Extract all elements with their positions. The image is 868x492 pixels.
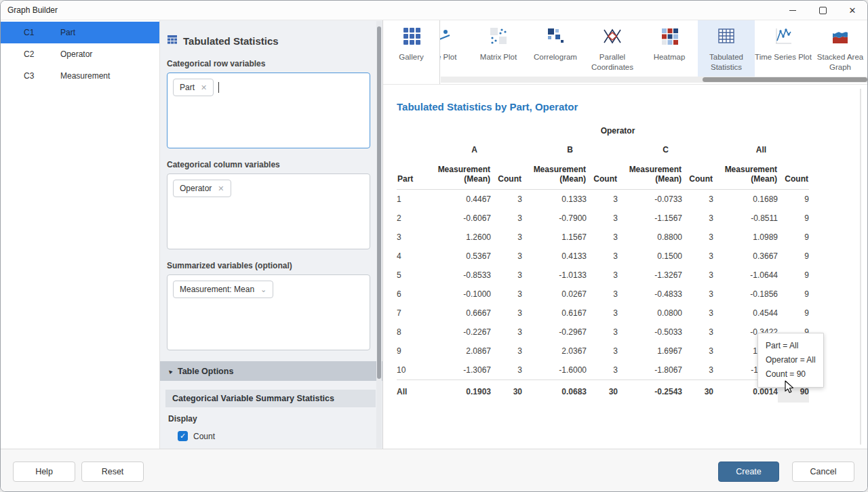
value-cell[interactable]: -1.8067 (618, 361, 682, 380)
value-cell[interactable]: 3 (587, 247, 618, 266)
value-cell[interactable]: -0.4833 (618, 285, 682, 304)
value-cell[interactable]: 3 (587, 285, 618, 304)
cancel-button[interactable]: Cancel (792, 462, 854, 482)
value-cell[interactable]: 3 (682, 323, 713, 342)
row-label-cell[interactable]: 10 (397, 361, 427, 380)
row-label-cell[interactable]: 1 (397, 190, 427, 209)
value-cell[interactable]: 9 (778, 190, 809, 209)
value-cell[interactable]: -0.5033 (618, 323, 682, 342)
row-label-cell[interactable]: 9 (397, 342, 427, 361)
value-cell[interactable]: 3 (491, 361, 522, 380)
value-cell[interactable]: 3 (491, 190, 522, 209)
row-label-cell[interactable]: 3 (397, 228, 427, 247)
variable-chip-part[interactable]: Part✕ (173, 79, 214, 96)
value-cell[interactable]: -0.0733 (618, 190, 682, 209)
value-cell[interactable]: 3 (587, 304, 618, 323)
value-cell[interactable]: 1.6967 (618, 342, 682, 361)
value-cell[interactable]: 3 (491, 228, 522, 247)
categorical-row-variables-input[interactable]: Part✕ (167, 73, 370, 148)
value-cell[interactable]: -1.1567 (618, 209, 682, 228)
row-label-cell[interactable]: 6 (397, 285, 427, 304)
gallery-item-correlogram[interactable]: Correlogram (527, 20, 584, 77)
value-cell[interactable]: 0.4467 (427, 190, 491, 209)
gallery-item-line-plot[interactable]: Line Plot (440, 20, 470, 77)
value-cell[interactable]: -0.2543 (618, 380, 682, 403)
value-cell[interactable]: -0.8533 (427, 266, 491, 285)
value-cell[interactable]: 30 (682, 380, 713, 403)
value-cell[interactable]: 0.0800 (618, 304, 682, 323)
value-cell[interactable]: -0.1000 (427, 285, 491, 304)
value-cell[interactable]: 0.4544 (713, 304, 778, 323)
value-cell[interactable]: 3 (682, 304, 713, 323)
value-cell[interactable]: 0.3667 (713, 247, 778, 266)
value-cell[interactable]: 0.6667 (427, 304, 491, 323)
value-cell[interactable]: 0.1333 (522, 190, 587, 209)
value-cell[interactable]: 9 (778, 209, 809, 228)
variable-chip-measurement-mean[interactable]: Measurement: Mean⌄ (173, 281, 273, 298)
value-cell[interactable]: 3 (587, 323, 618, 342)
sidebar-item-measurement[interactable]: C3Measurement (1, 65, 159, 87)
value-cell[interactable]: 9 (778, 304, 809, 323)
row-label-cell[interactable]: 7 (397, 304, 427, 323)
gallery-scrollbar-thumb[interactable] (703, 77, 867, 82)
value-cell[interactable]: 3 (491, 285, 522, 304)
value-cell[interactable]: 3 (682, 361, 713, 380)
gallery-scrollbar[interactable] (441, 77, 867, 83)
row-label-cell[interactable]: 2 (397, 209, 427, 228)
value-cell[interactable]: -1.6000 (522, 361, 587, 380)
value-cell[interactable]: 3 (491, 323, 522, 342)
value-cell[interactable]: 3 (491, 209, 522, 228)
value-cell[interactable]: -0.2267 (427, 323, 491, 342)
value-cell[interactable]: 3 (491, 342, 522, 361)
value-cell[interactable]: 3 (587, 209, 618, 228)
value-cell[interactable]: 0.4133 (522, 247, 587, 266)
value-cell[interactable]: 9 (778, 228, 809, 247)
value-cell[interactable]: -0.2967 (522, 323, 587, 342)
value-cell[interactable]: 0.8800 (618, 228, 682, 247)
remove-chip-icon[interactable]: ✕ (201, 84, 207, 91)
value-cell[interactable]: -1.0133 (522, 266, 587, 285)
value-cell[interactable]: -0.1856 (713, 285, 778, 304)
create-button[interactable]: Create (718, 462, 779, 482)
table-options-header[interactable]: ▲ Table Options (160, 361, 382, 381)
value-cell[interactable]: 0.1903 (427, 380, 491, 403)
row-label-cell[interactable]: 5 (397, 266, 427, 285)
value-cell[interactable]: 3 (587, 190, 618, 209)
gallery-item-stacked-area-graph[interactable]: Stacked Area Graph (812, 20, 867, 77)
panel-scrollbar[interactable] (376, 21, 382, 448)
value-cell[interactable]: 3 (682, 342, 713, 361)
value-cell[interactable]: 3 (682, 266, 713, 285)
value-cell[interactable]: 30 (587, 380, 618, 403)
value-cell[interactable]: -1.3067 (427, 361, 491, 380)
value-cell[interactable]: 1.2600 (427, 228, 491, 247)
chevron-down-icon[interactable]: ⌄ (260, 286, 267, 293)
value-cell[interactable]: 9 (778, 285, 809, 304)
gallery-item-time-series-plot[interactable]: Time Series Plot (755, 20, 812, 77)
gallery-item-gallery[interactable]: Gallery (383, 20, 440, 84)
value-cell[interactable]: 1.0989 (713, 228, 778, 247)
value-cell[interactable]: 0.0683 (522, 380, 587, 403)
minimize-button[interactable] (778, 1, 808, 20)
value-cell[interactable]: -0.7900 (522, 209, 587, 228)
value-cell[interactable]: 3 (491, 304, 522, 323)
gallery-item-tabulated-statistics[interactable]: Tabulated Statistics (698, 20, 755, 77)
summarized-variables-input[interactable]: Measurement: Mean⌄ (167, 274, 370, 350)
value-cell[interactable]: 2.0367 (522, 342, 587, 361)
value-cell[interactable]: 3 (682, 190, 713, 209)
categorical-column-variables-input[interactable]: Operator✕ (167, 173, 370, 249)
remove-chip-icon[interactable]: ✕ (218, 185, 224, 192)
maximize-button[interactable] (808, 1, 837, 20)
value-cell[interactable]: 0.1689 (713, 190, 778, 209)
gallery-item-parallel-coordinates[interactable]: Parallel Coordinates (584, 20, 641, 77)
value-cell[interactable]: 0.0267 (522, 285, 587, 304)
preview-scrollbar-track[interactable] (860, 89, 861, 445)
value-cell[interactable]: 3 (587, 266, 618, 285)
value-cell[interactable]: -1.3267 (618, 266, 682, 285)
value-cell[interactable]: 3 (682, 228, 713, 247)
close-button[interactable]: ✕ (837, 1, 867, 20)
reset-button[interactable]: Reset (81, 462, 144, 482)
value-cell[interactable]: 3 (587, 361, 618, 380)
value-cell[interactable]: 3 (587, 228, 618, 247)
gallery-item-matrix-plot[interactable]: Matrix Plot (470, 20, 527, 77)
gallery-item-heatmap[interactable]: Heatmap (641, 20, 698, 77)
